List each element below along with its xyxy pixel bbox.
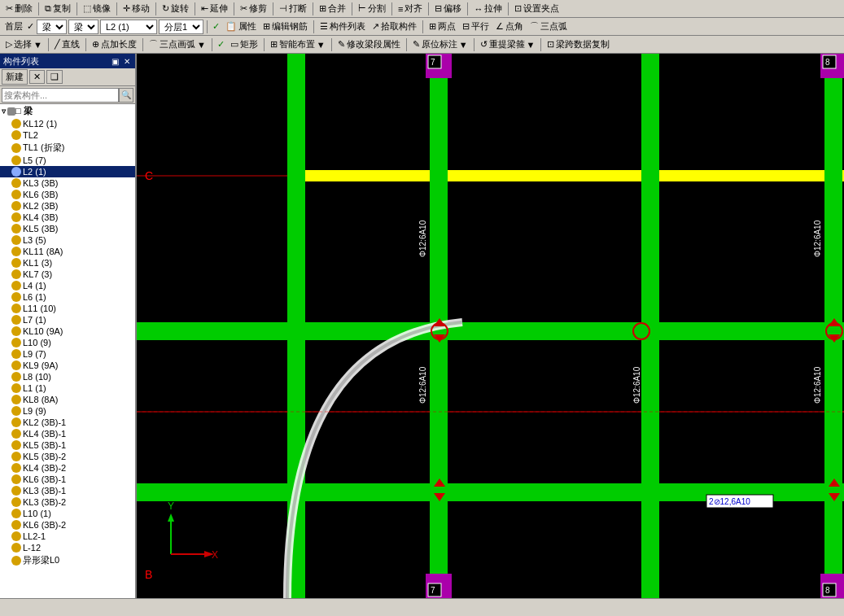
expand-icon: ▿	[2, 107, 6, 116]
tree-item[interactable]: KL4 (3B)-1	[0, 428, 135, 439]
trim-btn[interactable]: ✂ 修剪	[238, 2, 269, 15]
tree-item[interactable]: 异形梁L0	[0, 553, 135, 567]
separator	[77, 2, 77, 15]
tree-item[interactable]: KL11 (8A)	[0, 246, 135, 257]
re-extract-stirrup-btn[interactable]: ↺ 重提梁箍 ▼	[478, 37, 538, 51]
tree-root-category[interactable]: ▿ □ 梁	[0, 104, 135, 118]
two-point-btn[interactable]: ⊞ 两点	[426, 20, 458, 33]
id-select[interactable]: L2 (1)	[100, 20, 157, 34]
type1-select[interactable]: 梁	[37, 20, 67, 34]
copy-btn[interactable]: ⧉ 复制	[42, 2, 73, 15]
tree-item[interactable]: L7 (1)	[0, 314, 135, 325]
break-btn[interactable]: ⊣ 打断	[277, 2, 309, 15]
align-btn[interactable]: ≡ 对齐	[396, 2, 425, 15]
tree-item[interactable]: KL8 (8A)	[0, 394, 135, 405]
tree-item[interactable]: L6 (1)	[0, 291, 135, 303]
tree-item[interactable]: L11 (10)	[0, 303, 135, 314]
svg-text:7: 7	[431, 586, 435, 595]
pick-component-btn[interactable]: ↗ 拾取构件	[370, 20, 419, 33]
component-icon	[11, 281, 21, 291]
tree-item[interactable]: L3 (5)	[0, 234, 135, 246]
smart-icon: ⊞	[270, 39, 278, 50]
rect-btn[interactable]: ▭ 矩形	[228, 37, 260, 51]
mirror-btn[interactable]: ⬚ 镜像	[81, 2, 113, 15]
split-btn[interactable]: ⊢ 分割	[356, 2, 388, 15]
tree-item[interactable]: KL5 (3B)-2	[0, 451, 135, 462]
smart-place-btn[interactable]: ⊞ 智能布置 ▼	[268, 37, 328, 51]
canvas-area[interactable]: C B 7 8 7 8	[137, 54, 844, 598]
type2-select[interactable]: 梁	[68, 20, 98, 34]
smart-dropdown-icon: ▼	[317, 40, 326, 50]
tree-item[interactable]: L9 (9)	[0, 405, 135, 417]
tree-item[interactable]: KL9 (9A)	[0, 360, 135, 371]
offset-btn[interactable]: ⊟ 偏移	[432, 2, 464, 15]
three-point-arc-btn[interactable]: ⌒ 三点画弧 ▼	[146, 37, 208, 51]
tree-item[interactable]: KL2 (3B)-1	[0, 417, 135, 428]
angle-icon: ∠	[496, 21, 504, 32]
tree-item[interactable]: KL5 (3B)-1	[0, 439, 135, 451]
angle-point-btn[interactable]: ∠ 点角	[493, 20, 526, 33]
delete-component-btn[interactable]: ✕	[29, 70, 45, 84]
property-btn[interactable]: 📋 属性	[223, 20, 259, 33]
in-place-mark-btn[interactable]: ✎ 原位标注 ▼	[410, 37, 470, 51]
tree-item[interactable]: KL3 (3B)-2	[0, 496, 135, 508]
panel-pin-btn[interactable]: ▣	[110, 57, 120, 66]
tree-item[interactable]: KL4 (3B)-2	[0, 462, 135, 474]
span-copy-btn[interactable]: ⊡ 梁跨数据复制	[544, 37, 612, 51]
panel-toolbar: 新建 ✕ ❑	[0, 68, 135, 86]
tree-item[interactable]: KL5 (3B)	[0, 223, 135, 234]
tree-item[interactable]: L-12	[0, 542, 135, 553]
component-label: KL3 (3B)	[23, 178, 58, 188]
tree-item[interactable]: KL6 (3B)	[0, 189, 135, 200]
extend-btn[interactable]: ⇤ 延伸	[199, 2, 230, 15]
delete-btn[interactable]: ✂ 删除	[3, 2, 35, 15]
tree-item[interactable]: TL1 (折梁)	[0, 141, 135, 155]
rotate-btn[interactable]: ↻ 旋转	[160, 2, 191, 15]
component-label: KL2 (3B)-1	[23, 417, 66, 427]
tree-item[interactable]: TL2	[0, 129, 135, 141]
tree-item[interactable]: KL7 (3)	[0, 269, 135, 280]
stretch-btn[interactable]: ↔ 拉伸	[471, 2, 505, 15]
tree-item[interactable]: L8 (10)	[0, 371, 135, 382]
panel-close-btn[interactable]: ✕	[122, 57, 132, 66]
tree-item[interactable]: KL2 (3B)	[0, 200, 135, 212]
tree-item[interactable]: L1 (1)	[0, 382, 135, 394]
merge-icon: ⊞	[319, 3, 326, 14]
edit-rebar-btn[interactable]: ⊞ 编辑钢筋	[260, 20, 310, 33]
search-input[interactable]	[2, 88, 119, 103]
parallel-btn[interactable]: ⊟ 平行	[460, 20, 492, 33]
tree-item[interactable]: KL1 (3)	[0, 257, 135, 269]
tree-item[interactable]: KL3 (3B)-1	[0, 485, 135, 496]
tree-item[interactable]: L9 (7)	[0, 348, 135, 360]
copy-component-btn[interactable]: ❑	[46, 70, 63, 84]
layer-select[interactable]: 分层1	[159, 20, 203, 34]
component-label: TL1 (折梁)	[23, 142, 64, 154]
tree-item[interactable]: L5 (7)	[0, 155, 135, 166]
tree-item[interactable]: L2 (1)	[0, 166, 135, 177]
three-point-arc-btn2[interactable]: ⌒ 三点弧	[527, 20, 570, 33]
component-icon	[11, 497, 21, 507]
select-btn[interactable]: ▷ 选择 ▼	[3, 37, 45, 51]
search-btn[interactable]: 🔍	[119, 88, 133, 103]
tree-item[interactable]: KL6 (3B)-1	[0, 474, 135, 485]
component-icon	[11, 463, 21, 473]
tree-item[interactable]: KL10 (9A)	[0, 325, 135, 337]
tree-item[interactable]: KL12 (1)	[0, 118, 135, 129]
set-grip-btn[interactable]: ⊡ 设置夹点	[512, 2, 562, 15]
line-btn[interactable]: ╱ 直线	[52, 37, 82, 51]
component-list-btn[interactable]: ☰ 构件列表	[317, 20, 368, 33]
tree-item[interactable]: L10 (1)	[0, 508, 135, 519]
tree-item[interactable]: L4 (1)	[0, 280, 135, 291]
merge-btn[interactable]: ⊞ 合并	[317, 2, 348, 15]
tree-item[interactable]: KL3 (3B)	[0, 177, 135, 189]
new-component-btn[interactable]: 新建	[2, 69, 28, 85]
tree-item[interactable]: L10 (9)	[0, 337, 135, 348]
svg-text:Φ12:6A10: Φ12:6A10	[418, 366, 427, 404]
tree-item[interactable]: KL6 (3B)-2	[0, 519, 135, 531]
move-btn[interactable]: ✛ 移动	[120, 2, 152, 15]
tree-item[interactable]: LL2-1	[0, 531, 135, 542]
modify-segment-btn[interactable]: ✎ 修改梁段属性	[335, 37, 403, 51]
separator	[467, 2, 468, 15]
point-length-btn[interactable]: ⊕ 点加长度	[90, 37, 139, 51]
tree-item[interactable]: KL4 (3B)	[0, 212, 135, 223]
